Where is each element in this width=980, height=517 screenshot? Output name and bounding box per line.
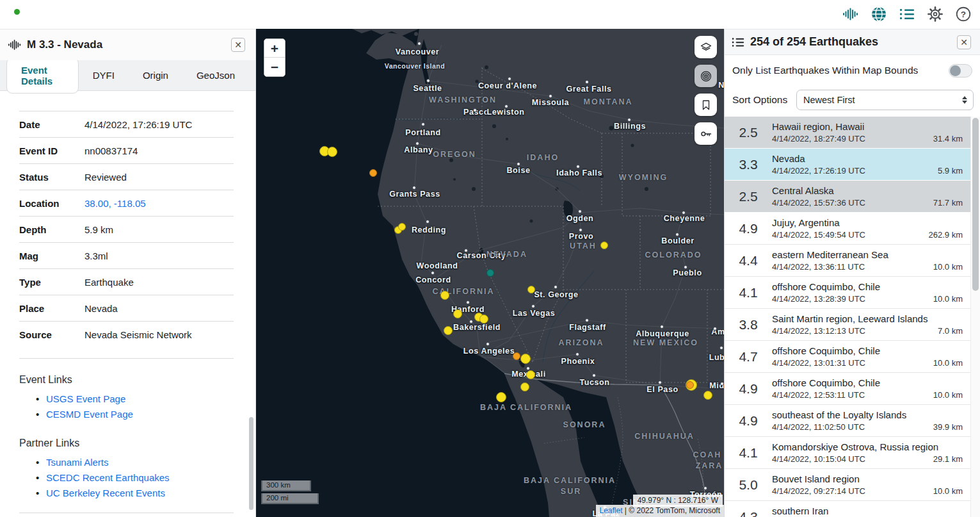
quake-item-body: eastern Mediterranean Sea4/14/2022, 13:3…	[772, 245, 970, 276]
quake-place: eastern Mediterranean Sea	[772, 249, 963, 261]
link-cesmd-event-page[interactable]: CESMD Event Page	[46, 409, 133, 420]
quake-place: Hawaii region, Hawaii	[772, 120, 963, 133]
earthquake-marker[interactable]	[520, 382, 529, 391]
earthquake-marker[interactable]	[453, 309, 462, 318]
earthquake-marker[interactable]	[527, 286, 535, 293]
city-dot	[585, 318, 589, 322]
quake-list-item[interactable]: 4.9Jujuy, Argentina4/14/2022, 15:49:54 U…	[725, 213, 970, 245]
tab-event-details[interactable]: Event Details	[6, 58, 79, 94]
quake-meta: 4/14/2022, 17:26:19 UTC5.9 km	[772, 166, 963, 176]
topbar: ?	[0, 0, 980, 29]
city-dot	[585, 80, 589, 84]
quake-list-item[interactable]: 4.9southeast of the Loyalty Islands4/14/…	[725, 405, 970, 437]
quake-list-scrollbar-track[interactable]	[970, 117, 980, 517]
link-item: CESMD Event Page	[36, 407, 234, 422]
location-link[interactable]: 38.00, -118.05	[84, 198, 146, 209]
earthquake-list-panel: 254 of 254 Earthquakes ✕ Only List Earth…	[724, 29, 980, 517]
earthquake-marker[interactable]	[496, 392, 506, 402]
quake-depth: 31.4 km	[933, 134, 963, 144]
earthquake-marker[interactable]	[513, 352, 520, 360]
quake-list-item[interactable]: 4.4eastern Mediterranean Sea4/14/2022, 1…	[725, 245, 970, 277]
earthquake-marker[interactable]	[327, 147, 337, 157]
earthquake-marker[interactable]	[600, 242, 608, 249]
earthquake-marker[interactable]	[520, 354, 531, 364]
close-icon[interactable]: ✕	[231, 38, 245, 52]
city-dot	[719, 346, 723, 350]
detail-label: Source	[19, 322, 84, 348]
help-icon[interactable]: ?	[954, 5, 972, 23]
quake-item-body: Hawaii region, Hawaii4/14/2022, 18:27:49…	[772, 117, 970, 148]
earthquake-marker[interactable]	[369, 169, 377, 177]
quake-list-item[interactable]: 2.5Central Alaska4/14/2022, 15:57:36 UTC…	[725, 181, 970, 213]
quake-list-item[interactable]: 4.9offshore Coquimbo, Chile4/14/2022, 12…	[725, 373, 970, 405]
earthquake-marker[interactable]	[398, 223, 406, 231]
quake-list-item[interactable]: 4.1offshore Coquimbo, Chile4/14/2022, 13…	[725, 277, 970, 309]
detail-label: Date	[19, 111, 84, 138]
detail-value: Nevada Seismic Network	[84, 322, 234, 348]
earthquake-marker[interactable]	[486, 269, 494, 277]
map-scale: 300 km 200 mi	[261, 479, 319, 504]
earthquake-marker[interactable]	[479, 315, 488, 324]
earthquake-marker[interactable]	[526, 370, 535, 379]
earthquake-marker[interactable]	[440, 291, 449, 300]
quake-list-item[interactable]: 4.1Komandorskiye Ostrova, Russia region4…	[725, 437, 970, 469]
quake-list-item[interactable]: 3.8Saint Martin region, Leeward Islands4…	[725, 309, 970, 341]
detail-label: Event ID	[19, 138, 84, 164]
bookmark-icon[interactable]	[695, 94, 717, 116]
detail-row-type: TypeEarthquake	[19, 269, 234, 295]
link-tsunami-alerts[interactable]: Tsunami Alerts	[46, 457, 109, 468]
quake-list-item[interactable]: 4.7offshore Coquimbo, Chile4/14/2022, 13…	[725, 341, 970, 373]
map-side-controls	[695, 36, 717, 145]
earthquake-marker[interactable]	[686, 381, 694, 389]
quake-depth: 10.0 km	[933, 294, 963, 304]
app-window: ? M 3.3 - Nevada ✕ Event DetailsDYFIOrig…	[0, 0, 980, 517]
key-icon[interactable]	[695, 122, 717, 145]
quake-depth: 71.7 km	[933, 198, 963, 208]
detail-label: Location	[19, 190, 84, 217]
links-section-event-links: Event LinksUSGS Event PageCESMD Event Pa…	[19, 374, 234, 422]
leaflet-link[interactable]: Leaflet	[600, 506, 623, 515]
gear-icon[interactable]	[926, 5, 944, 23]
quake-list-item[interactable]: 2.5Hawaii region, Hawaii4/14/2022, 18:27…	[725, 117, 970, 149]
quake-depth: 39.9 km	[933, 422, 963, 432]
quake-place: Nevada	[772, 152, 963, 165]
close-icon[interactable]: ✕	[957, 35, 971, 49]
quake-list-item[interactable]: 5.0Bouvet Island region4/14/2022, 09:27:…	[725, 469, 970, 501]
quake-list-item[interactable]: 3.3Nevada4/14/2022, 17:26:19 UTC5.9 km	[725, 149, 970, 181]
list-icon[interactable]	[898, 5, 916, 23]
link-item: UC Berkeley Recent Events	[36, 486, 234, 501]
tab-origin[interactable]: Origin	[129, 63, 182, 87]
link-sections: Event LinksUSGS Event PageCESMD Event Pa…	[19, 374, 234, 501]
tab-geojson[interactable]: GeoJson	[182, 63, 249, 87]
zoom-in-button[interactable]: +	[264, 39, 285, 58]
detail-value: Nevada	[84, 295, 234, 322]
bounds-toggle[interactable]	[949, 64, 972, 78]
quake-list-item[interactable]: 4.3southern Iran	[725, 501, 970, 517]
tab-dyfi[interactable]: DYFI	[79, 63, 129, 87]
quake-list-scrollbar-thumb[interactable]	[972, 118, 979, 291]
seismic-rings-icon[interactable]	[695, 65, 717, 87]
event-details-table: Date4/14/2022, 17:26:19 UTCEvent IDnn008…	[19, 111, 234, 348]
link-scedc-recent-earthquakes[interactable]: SCEDC Recent Earthquakes	[46, 472, 170, 483]
link-uc-berkeley-recent-events[interactable]: UC Berkeley Recent Events	[46, 488, 165, 498]
link-usgs-event-page[interactable]: USGS Event Page	[46, 393, 125, 404]
layers-icon[interactable]	[695, 36, 717, 58]
quake-panel-header: 254 of 254 Earthquakes ✕	[725, 29, 980, 55]
earthquake-marker[interactable]	[444, 326, 453, 335]
sort-options-select[interactable]: Newest First	[796, 90, 974, 110]
waveform-icon[interactable]	[842, 5, 860, 23]
left-panel-scrollbar[interactable]	[249, 417, 253, 510]
quake-time: 4/14/2022, 13:36:11 UTC	[772, 262, 865, 272]
earthquake-marker[interactable]	[703, 391, 712, 400]
quake-magnitude: 4.9	[725, 405, 772, 436]
detail-value: 38.00, -118.05	[84, 190, 234, 217]
quake-item-body: Jujuy, Argentina4/14/2022, 15:49:54 UTC2…	[772, 213, 970, 244]
map[interactable]: VancouverVancouver IslandSeattleWASHINGT…	[256, 29, 724, 517]
quake-time: 4/14/2022, 15:57:36 UTC	[772, 198, 865, 208]
quake-depth: 10.0 km	[933, 262, 963, 272]
city-dot	[660, 325, 664, 329]
quake-magnitude: 4.1	[725, 437, 772, 468]
zoom-out-button[interactable]: −	[264, 58, 285, 76]
globe-icon[interactable]	[870, 5, 888, 23]
quake-place: Bouvet Island region	[772, 473, 963, 485]
